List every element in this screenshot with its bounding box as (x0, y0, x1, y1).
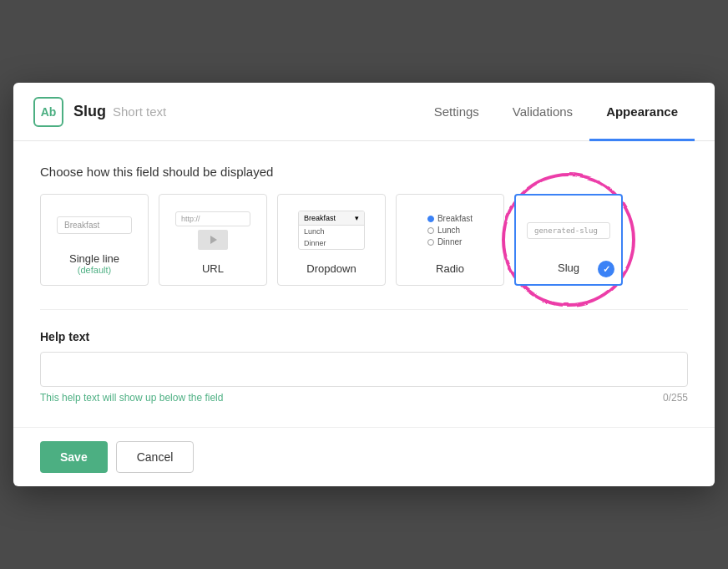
option-single-line[interactable]: Breakfast Single line (default) (40, 194, 149, 286)
help-text-input[interactable] (40, 352, 688, 387)
option-preview-dropdown: Breakfast ▾ Lunch Dinner (288, 205, 375, 256)
slug-preview: generated-slug (527, 222, 610, 239)
help-text-label: Help text (40, 330, 688, 343)
option-preview-radio: Breakfast Lunch Dinner (407, 205, 493, 256)
radio-item-dinner: Dinner (427, 237, 473, 246)
tab-appearance[interactable]: Appearance (589, 84, 695, 141)
radio-label-breakfast: Breakfast (437, 214, 473, 223)
radio-label-dinner: Dinner (437, 237, 462, 246)
modal-header: Ab Slug Short text Settings Validations … (13, 83, 715, 141)
field-name: Slug (73, 103, 106, 120)
help-hint-text: This help text will show up below the fi… (40, 392, 223, 404)
option-sublabel-single-line: (default) (78, 265, 111, 275)
option-url[interactable]: http:// URL (159, 194, 267, 286)
dropdown-preview: Breakfast ▾ Lunch Dinner (298, 211, 365, 250)
field-type-icon: Ab (33, 97, 63, 127)
dropdown-arrow-icon: ▾ (355, 214, 359, 222)
option-preview-single-line: Breakfast (51, 205, 138, 246)
tab-settings[interactable]: Settings (417, 84, 496, 141)
help-hint-row: This help text will show up below the fi… (40, 392, 688, 404)
section-title: Choose how this field should be displaye… (40, 165, 688, 179)
dropdown-header: Breakfast ▾ (299, 211, 364, 226)
selected-checkmark-icon (598, 261, 614, 277)
option-slug[interactable]: generated-slug Slug (514, 194, 623, 286)
modal-body: Choose how this field should be displaye… (13, 141, 715, 427)
radio-preview: Breakfast Lunch Dinner (427, 214, 473, 246)
radio-label-lunch: Lunch (437, 226, 460, 235)
url-preview-wrap: http:// (175, 211, 250, 250)
modal-overlay: Ab Slug Short text Settings Validations … (0, 0, 728, 569)
option-label-dropdown: Dropdown (306, 262, 356, 275)
url-preview-img (198, 230, 228, 250)
modal: Ab Slug Short text Settings Validations … (13, 83, 715, 486)
option-preview-url: http:// (169, 205, 256, 256)
modal-footer: Save Cancel (13, 427, 715, 486)
slug-option-wrapper: generated-slug Slug (514, 194, 623, 286)
play-icon (210, 236, 217, 244)
radio-dot-lunch (427, 227, 434, 234)
help-char-count: 0/255 (663, 392, 688, 404)
single-line-preview: Breakfast (57, 216, 132, 234)
option-dropdown[interactable]: Breakfast ▾ Lunch Dinner Dropdown (277, 194, 386, 286)
radio-item-breakfast: Breakfast (427, 214, 473, 223)
cancel-button[interactable]: Cancel (116, 441, 195, 473)
url-preview-input: http:// (175, 211, 250, 226)
option-label-slug: Slug (558, 262, 579, 274)
save-button[interactable]: Save (40, 441, 108, 473)
option-label-single-line: Single line (69, 252, 119, 265)
option-label-radio: Radio (436, 262, 464, 275)
display-options: Breakfast Single line (default) http:// (40, 194, 688, 286)
radio-item-lunch: Lunch (427, 226, 473, 235)
option-label-url: URL (202, 262, 224, 275)
dropdown-selected: Breakfast (304, 214, 336, 222)
dropdown-item-1: Lunch (299, 226, 364, 237)
help-text-section: Help text This help text will show up be… (40, 309, 688, 404)
tab-validations[interactable]: Validations (496, 84, 589, 141)
radio-dot-dinner (427, 239, 434, 246)
field-type: Short text (113, 104, 166, 119)
tab-navigation: Settings Validations Appearance (417, 83, 695, 140)
option-preview-slug: generated-slug (526, 206, 611, 255)
dropdown-item-2: Dinner (299, 237, 364, 249)
option-radio[interactable]: Breakfast Lunch Dinner Ra (396, 194, 504, 286)
radio-dot-filled (427, 216, 434, 222)
